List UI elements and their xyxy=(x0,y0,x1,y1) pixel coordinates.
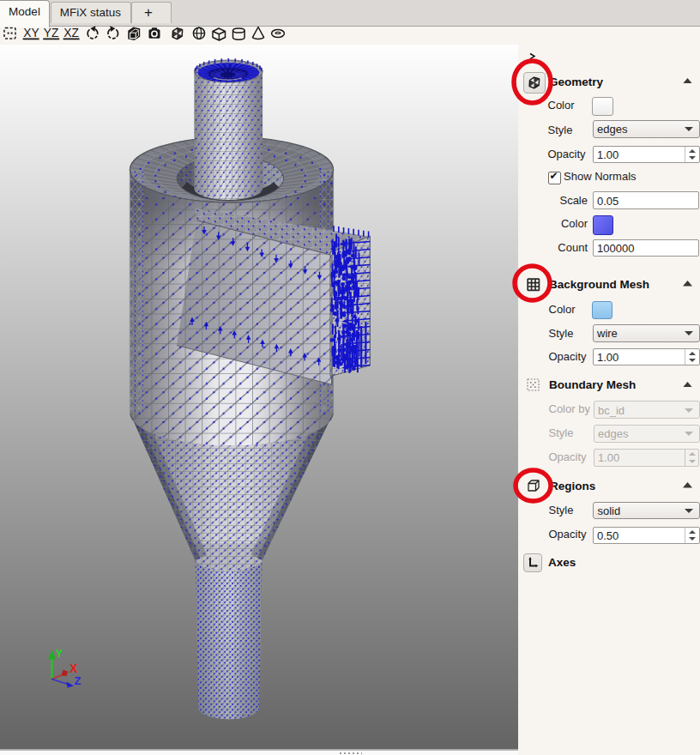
svg-text:YZ: YZ xyxy=(44,27,59,39)
svg-text:Z: Z xyxy=(75,674,81,687)
svg-text:XY: XY xyxy=(23,27,39,39)
svg-text:Y: Y xyxy=(56,647,63,660)
svg-text:XZ: XZ xyxy=(63,27,79,39)
